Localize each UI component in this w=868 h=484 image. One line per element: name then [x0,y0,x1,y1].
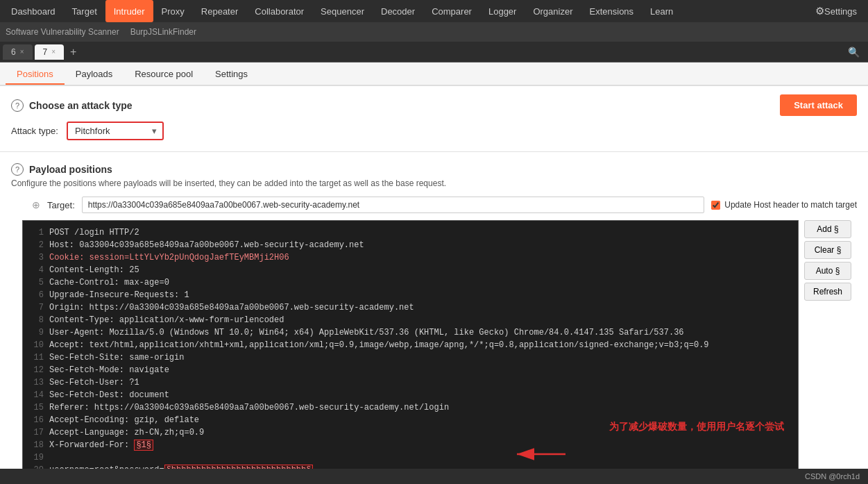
target-row: ⊕ Target: Update Host header to match ta… [11,197,857,213]
tab-6[interactable]: 6 × [3,44,33,60]
nav-sequencer[interactable]: Sequencer [312,0,373,22]
update-host-label: Update Host header to match target [724,200,857,210]
tab-7[interactable]: 7 × [35,44,65,60]
payload-marker-1: §1§ [134,440,153,451]
nav-dashboard[interactable]: Dashboard [3,0,64,22]
req-line-18: 18 X-Forwarded-For: §1§ [28,439,792,451]
req-line-4: 4 Content-Length: 25 [28,264,792,276]
clear-payload-button[interactable]: Clear § [804,241,851,259]
settings-label: Settings [824,6,857,17]
req-line-17: 17 Accept-Language: zh-CN,zh;q=0.9 [28,426,792,439]
req-line-11: 11 Sec-Fetch-Site: same-origin [28,351,792,364]
drag-icon: ⊕ [32,199,40,210]
payload-positions-title-row: ? Payload positions [11,163,857,176]
nav-comparer[interactable]: Comparer [423,0,480,22]
second-bar: Software Vulnerability Scanner BurpJSLin… [0,22,868,42]
nav-settings[interactable]: ⚙ Settings [807,0,865,22]
sub-tab-payloads[interactable]: Payloads [65,65,124,85]
nav-proxy[interactable]: Proxy [153,0,193,22]
payload-positions-section: ? Payload positions Configure the positi… [0,155,868,484]
attack-type-value: Pitchfork [68,123,152,139]
attack-type-title: Choose an attack type [29,100,133,111]
update-host-checkbox-row: Update Host header to match target [711,200,857,210]
second-bar-vuln-scanner[interactable]: Software Vulnerability Scanner [6,27,119,37]
chevron-down-icon: ▾ [152,126,162,136]
nav-organizer[interactable]: Organizer [525,0,581,22]
section-title-row: ? Choose an attack type [11,99,133,112]
start-attack-button[interactable]: Start attack [780,94,857,116]
req-line-2: 2 Host: 0a33004c039a685e8409aa7a00be0067… [28,239,792,251]
attack-type-header: ? Choose an attack type Start attack [11,94,857,116]
tab-add-button[interactable]: + [66,46,80,58]
req-line-8: 8 Content-Type: application/x-www-form-u… [28,314,792,326]
sub-tabs: Positions Payloads Resource pool Setting… [0,62,868,86]
tab-search-button[interactable]: 🔍 [842,44,865,60]
payload-positions-desc: Configure the positions where payloads w… [11,178,857,188]
attack-type-label: Attack type: [11,126,58,136]
status-bar: CSDN @0rch1d [0,469,868,484]
req-line-19: 19 [28,451,792,464]
tab-6-close[interactable]: × [20,48,24,56]
nav-repeater[interactable]: Repeater [193,0,246,22]
target-label: Target: [47,200,75,210]
top-nav: Dashboard Target Intruder Proxy Repeater… [0,0,868,22]
add-payload-button[interactable]: Add § [804,220,851,238]
req-line-15: 15 Referer: https://0a33004c039a685e8409… [28,401,792,414]
refresh-button[interactable]: Refresh [804,283,851,301]
nav-decoder[interactable]: Decoder [373,0,423,22]
attack-type-row: Attack type: Pitchfork ▾ [11,122,857,140]
request-editor[interactable]: 1 POST /login HTTP/2 2 Host: 0a33004c039… [22,220,799,483]
main-content: ? Choose an attack type Start attack Att… [0,86,868,484]
gear-icon: ⚙ [815,5,824,17]
tabs-bar: 6 × 7 × + 🔍 [0,42,868,62]
nav-target[interactable]: Target [64,0,105,22]
req-line-16: 16 Accept-Encoding: gzip, deflate [28,414,792,426]
nav-learn[interactable]: Learn [642,0,681,22]
req-line-5: 5 Cache-Control: max-age=0 [28,276,792,289]
nav-collaborator[interactable]: Collaborator [246,0,312,22]
tab-7-close[interactable]: × [51,48,56,56]
sub-tab-resource-pool[interactable]: Resource pool [124,65,204,85]
attack-type-dropdown[interactable]: Pitchfork ▾ [67,122,164,140]
auto-payload-button[interactable]: Auto § [804,262,851,280]
nav-extensions[interactable]: Extensions [581,0,643,22]
nav-logger[interactable]: Logger [480,0,525,22]
update-host-checkbox[interactable] [711,201,720,210]
payload-positions-title: Payload positions [29,164,112,175]
status-text: CSDN @0rch1d [805,472,860,481]
side-buttons: Add § Clear § Auto § Refresh [799,220,857,483]
attack-type-section: ? Choose an attack type Start attack Att… [0,86,868,149]
req-line-14: 14 Sec-Fetch-Dest: document [28,389,792,401]
req-line-13: 13 Sec-Fetch-User: ?1 [28,376,792,389]
sub-tab-positions[interactable]: Positions [6,65,65,85]
payload-positions-help-icon[interactable]: ? [11,163,24,176]
req-line-7: 7 Origin: https://0a33004c039a685e8409aa… [28,301,792,314]
req-line-3: 3 Cookie: session=LttYLvYb2pUnQdogJaefTE… [28,251,792,264]
target-input[interactable] [82,197,704,213]
request-area-wrapper: 1 POST /login HTTP/2 2 Host: 0a33004c039… [11,220,857,483]
sub-tab-settings[interactable]: Settings [204,65,259,85]
attack-type-help-icon[interactable]: ? [11,99,24,112]
second-bar-jslinkfinder[interactable]: BurpJSLinkFinder [130,27,196,37]
nav-intruder[interactable]: Intruder [105,0,153,22]
req-line-12: 12 Sec-Fetch-Mode: navigate [28,364,792,376]
req-line-9: 9 User-Agent: Mozilla/5.0 (Windows NT 10… [28,326,792,339]
req-line-10: 10 Accept: text/html,application/xhtml+x… [28,339,792,351]
req-line-6: 6 Upgrade-Insecure-Requests: 1 [28,289,792,301]
req-line-1: 1 POST /login HTTP/2 [28,226,792,239]
